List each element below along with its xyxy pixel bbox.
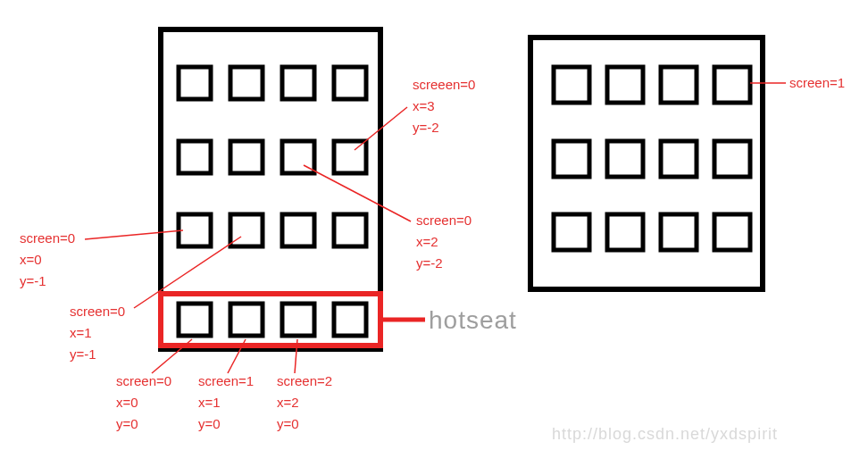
screen0-cell [179, 67, 211, 99]
label-screen1: screen=1 [789, 75, 845, 90]
screen1-cell [661, 141, 697, 177]
screen1-cell [661, 67, 697, 103]
label-screen0-x3-y-2: screeen=0 x=3 y=-2 [413, 77, 475, 135]
label-line: y=0 [116, 416, 138, 431]
screen0-cell [334, 214, 366, 246]
label-line: screen=0 [116, 373, 171, 388]
label-line: x=0 [116, 395, 138, 410]
screen0-cell [179, 141, 211, 173]
label-line: x=1 [198, 395, 221, 410]
screen0-cell [230, 141, 263, 173]
label-line: y=-1 [70, 346, 96, 362]
label-hot-col2: screen=2 x=2 y=0 [277, 373, 332, 431]
screen1-cell [714, 67, 750, 103]
label-line: x=3 [413, 98, 435, 113]
label-line: x=1 [70, 325, 92, 340]
screen1-cell [714, 214, 750, 250]
label-line: x=2 [277, 395, 299, 410]
hotseat-cell [179, 304, 211, 336]
hotseat-cells [179, 304, 366, 336]
screen1-row-bot [554, 214, 750, 250]
label-line: y=0 [198, 416, 221, 431]
label-line: x=0 [20, 252, 42, 267]
screen0-row-mid [179, 141, 366, 173]
svg-line-0 [85, 230, 183, 239]
screen1-cell [554, 67, 589, 103]
label-line: screen=0 [70, 304, 125, 319]
label-hot-col0: screen=0 x=0 y=0 [116, 373, 171, 431]
screen1-cell [607, 141, 643, 177]
screen0-cell [282, 214, 314, 246]
screen0-row-bot [179, 214, 366, 246]
screen0-cell [282, 67, 314, 99]
label-hot-col1: screen=1 x=1 y=0 [198, 373, 254, 431]
hotseat-label: hotseat [429, 306, 517, 334]
label-line: screen=0 [416, 212, 472, 228]
label-line: screen=2 [277, 373, 332, 388]
label-line: screen=1 [198, 373, 254, 388]
label-screen0-x1-y-1: screen=0 x=1 y=-1 [70, 304, 125, 362]
screen0-cell [230, 214, 263, 246]
label-line: screen=0 [20, 230, 75, 246]
screen1-cell [554, 141, 589, 177]
screen0-row-top [179, 67, 366, 99]
hotseat-cell [230, 304, 263, 336]
label-line: x=2 [416, 234, 438, 249]
screen0-frame [161, 29, 380, 349]
hotseat-cell [282, 304, 314, 336]
screen1-cell [607, 67, 643, 103]
screen0-cell [179, 214, 211, 246]
screen1-cell [714, 141, 750, 177]
screen1-cell [554, 214, 589, 250]
label-line: screeen=0 [413, 77, 475, 92]
watermark: http://blog.csdn.net/yxdspirit [552, 425, 778, 443]
label-line: y=-1 [20, 273, 46, 288]
screen1-cell [661, 214, 697, 250]
label-line: y=-2 [413, 120, 439, 135]
screen0-cell [230, 67, 263, 99]
screen1-cell [607, 214, 643, 250]
hotseat-cell [334, 304, 366, 336]
label-line: y=-2 [416, 255, 443, 271]
screen1-row-mid [554, 141, 750, 177]
label-screen0-x2-y-2: screen=0 x=2 y=-2 [416, 212, 472, 271]
screen0-cell [334, 141, 366, 173]
label-line: y=0 [277, 416, 299, 431]
diagram-canvas: screen=0 x=0 y=-1 screen=0 x=1 y=-1 scre… [0, 0, 868, 450]
label-screen0-x0-y-1: screen=0 x=0 y=-1 [20, 230, 75, 288]
screen1-row-top [554, 67, 750, 103]
screen0-cell [334, 67, 366, 99]
